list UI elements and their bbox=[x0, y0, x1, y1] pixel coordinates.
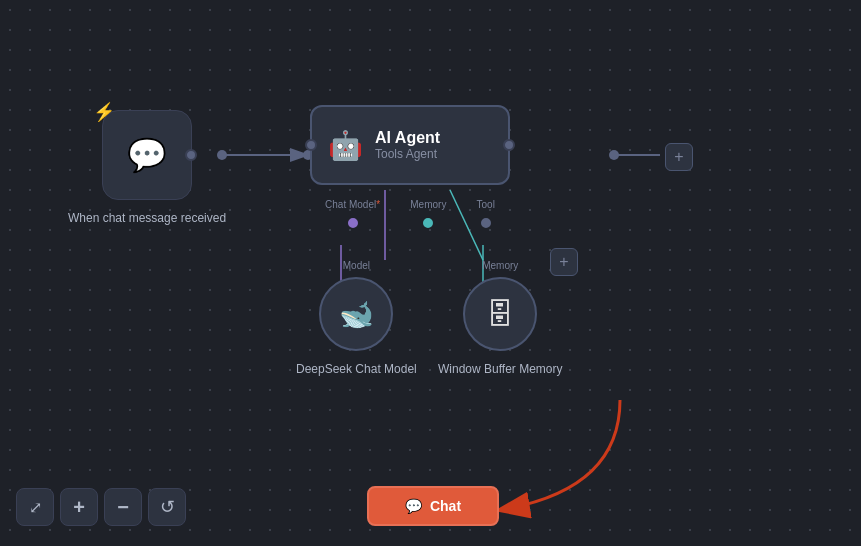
fullscreen-icon: ⤢ bbox=[29, 498, 42, 517]
connection-lines bbox=[0, 0, 861, 546]
memory-dot bbox=[421, 216, 435, 230]
deepseek-icon: 🐋 bbox=[339, 298, 374, 331]
chat-button[interactable]: 💬 Chat bbox=[367, 486, 499, 526]
zoom-in-icon: + bbox=[73, 496, 85, 519]
tool-dot bbox=[479, 216, 493, 230]
reset-icon: ↺ bbox=[160, 496, 175, 518]
trigger-node[interactable]: ⚡ 💬 When chat message received bbox=[68, 110, 226, 227]
memory-circle: 🗄 bbox=[463, 277, 537, 351]
memory-node-connector-label: Memory bbox=[482, 260, 518, 271]
deepseek-circle: 🐋 bbox=[319, 277, 393, 351]
memory-connector: Memory bbox=[410, 199, 446, 228]
chat-icon: 💬 bbox=[127, 136, 167, 174]
deepseek-label: DeepSeek Chat Model bbox=[296, 361, 417, 378]
required-star: * bbox=[376, 199, 380, 210]
trigger-box: ⚡ 💬 bbox=[102, 110, 192, 200]
agent-title: AI Agent bbox=[375, 129, 440, 147]
svg-point-8 bbox=[609, 150, 619, 160]
lightning-icon: ⚡ bbox=[93, 101, 115, 123]
memory-node[interactable]: Memory 🗄 Window Buffer Memory bbox=[438, 260, 562, 378]
chat-model-connector: Chat Model* bbox=[325, 199, 380, 228]
reset-button[interactable]: ↺ bbox=[148, 488, 186, 526]
canvas: ⚡ 💬 When chat message received 🤖 AI Agen… bbox=[0, 0, 861, 546]
add-output-button[interactable]: + bbox=[665, 143, 693, 171]
chat-model-label: Chat Model* bbox=[325, 199, 380, 210]
model-connector-label: Model bbox=[343, 260, 370, 271]
zoom-out-button[interactable]: − bbox=[104, 488, 142, 526]
agent-node[interactable]: 🤖 AI Agent Tools Agent Chat Model* Memor… bbox=[310, 105, 510, 228]
memory-connector-label: Memory bbox=[410, 199, 446, 210]
chat-button-label: Chat bbox=[430, 498, 461, 514]
agent-input-connector bbox=[305, 139, 317, 151]
tool-label: Tool bbox=[477, 199, 495, 210]
agent-output-connector bbox=[503, 139, 515, 151]
deepseek-node[interactable]: Model 🐋 DeepSeek Chat Model bbox=[296, 260, 417, 378]
agent-box: 🤖 AI Agent Tools Agent bbox=[310, 105, 510, 185]
chat-button-icon: 💬 bbox=[405, 498, 422, 514]
chat-model-dot bbox=[346, 216, 360, 230]
memory-label: Window Buffer Memory bbox=[438, 361, 562, 378]
zoom-in-button[interactable]: + bbox=[60, 488, 98, 526]
zoom-out-icon: − bbox=[117, 496, 129, 519]
trigger-output-connector bbox=[185, 149, 197, 161]
trigger-label: When chat message received bbox=[68, 210, 226, 227]
fullscreen-button[interactable]: ⤢ bbox=[16, 488, 54, 526]
agent-text: AI Agent Tools Agent bbox=[375, 129, 440, 161]
agent-subtitle: Tools Agent bbox=[375, 147, 440, 161]
robot-icon: 🤖 bbox=[328, 129, 363, 162]
memory-icon: 🗄 bbox=[486, 298, 514, 331]
tool-connector: Tool bbox=[477, 199, 495, 228]
toolbar: ⤢ + − ↺ bbox=[16, 488, 186, 526]
